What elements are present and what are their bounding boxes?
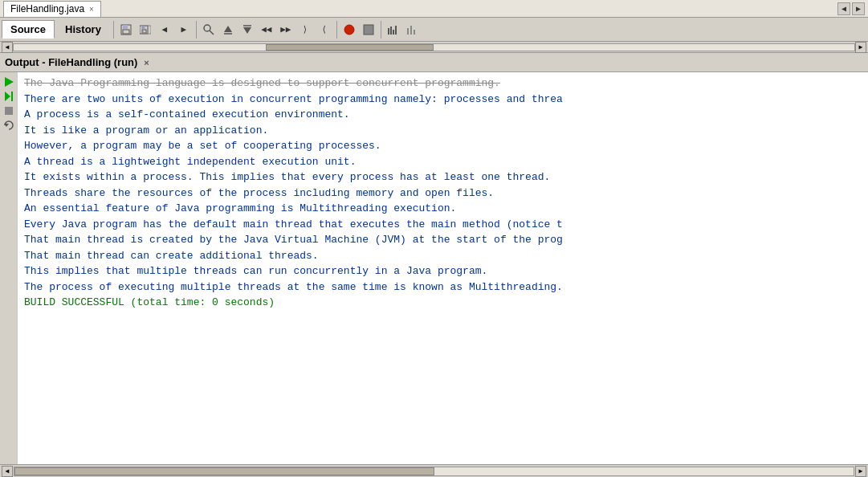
history-tab[interactable]: History: [56, 20, 110, 39]
output-line: There are two units of execution in conc…: [24, 92, 862, 108]
output-close-btn[interactable]: ×: [144, 58, 149, 67]
find-btn[interactable]: [200, 21, 218, 39]
file-tab[interactable]: FileHandling.java ×: [3, 1, 101, 17]
source-tab[interactable]: Source: [2, 20, 55, 39]
output-header: Output - FileHandling (run) ×: [0, 53, 868, 72]
run-btn[interactable]: [340, 21, 358, 39]
output-line: Every Java program has the default main …: [24, 217, 862, 233]
svg-rect-2: [123, 30, 129, 34]
output-sidebar: [0, 72, 18, 464]
output-line: A process is a self-contained execution …: [24, 107, 862, 123]
scroll-left-arrow[interactable]: ◀: [2, 42, 13, 53]
bottom-scrollbar-row: ◀ ▶: [0, 464, 868, 477]
toolbar: Source History ◀ ▶ ◀◀ ▶▶ ⟩ ⟨: [0, 18, 868, 42]
output-line: An essential feature of Java programming…: [24, 201, 862, 217]
svg-line-8: [210, 31, 214, 35]
output-line: A thread is a lightweight independent ex…: [24, 154, 862, 170]
bottom-hscrollbar-thumb[interactable]: [14, 467, 434, 475]
output-line: Threads share the resources of the proce…: [24, 186, 862, 202]
save-btn[interactable]: [117, 21, 135, 39]
toolbar-sep-4: [381, 21, 381, 39]
output-text-area: The Java Programming language is designe…: [18, 72, 868, 464]
file-tab-close[interactable]: ×: [89, 5, 94, 14]
top-hscrollbar-thumb[interactable]: [266, 44, 434, 51]
toolbar-sep-3: [336, 21, 337, 39]
output-title: Output - FileHandling (run): [5, 56, 137, 68]
redo-btn[interactable]: ▶: [175, 21, 193, 39]
bottom-scroll-left[interactable]: ◀: [2, 466, 13, 477]
debug-btn[interactable]: [360, 21, 377, 39]
output-line: The process of executing multiple thread…: [24, 279, 862, 296]
nav-left-btn[interactable]: ◀: [837, 2, 850, 15]
undo-btn[interactable]: ◀: [156, 21, 173, 39]
output-line: It is like a program or an application.: [24, 123, 862, 139]
title-nav-icons: ◀ ▶: [837, 2, 865, 15]
svg-rect-25: [5, 107, 13, 115]
svg-marker-11: [243, 27, 251, 34]
output-line: That main thread is created by the Java …: [24, 232, 862, 248]
file-tab-label: FileHandling.java: [10, 3, 84, 14]
svg-point-13: [344, 25, 354, 35]
output-line: This implies that multiple threads can r…: [24, 263, 862, 279]
find-next2-btn[interactable]: ▶▶: [277, 21, 295, 39]
output-line: The Java Programming language is designe…: [24, 75, 862, 92]
find-prev2-btn[interactable]: ◀◀: [258, 21, 275, 39]
output-line: BUILD SUCCESSFUL (total time: 0 seconds): [24, 295, 862, 311]
svg-rect-14: [364, 25, 373, 35]
profile2-btn[interactable]: [404, 21, 422, 39]
svg-rect-1: [123, 25, 128, 29]
output-line: It exists within a process. This implies…: [24, 169, 862, 186]
toggle2-btn[interactable]: ⟨: [316, 21, 333, 39]
svg-marker-9: [224, 26, 232, 32]
step-icon[interactable]: [2, 90, 15, 103]
find-next-btn[interactable]: [238, 21, 256, 39]
svg-marker-23: [5, 92, 10, 101]
output-line: That main thread can create additional t…: [24, 248, 862, 264]
title-bar: FileHandling.java × ◀ ▶: [0, 0, 868, 18]
toolbar-sep-2: [196, 21, 197, 39]
stop-icon[interactable]: [2, 104, 15, 117]
bottom-scroll-right[interactable]: ▶: [855, 466, 866, 477]
output-container: The Java Programming language is designe…: [0, 72, 868, 464]
scroll-right-arrow[interactable]: ▶: [855, 42, 866, 53]
find-prev-btn[interactable]: [219, 21, 237, 39]
nav-right-btn[interactable]: ▶: [852, 2, 865, 15]
run-icon[interactable]: [2, 75, 15, 88]
top-hscrollbar[interactable]: [13, 43, 855, 51]
svg-marker-22: [5, 77, 14, 87]
profile-btn[interactable]: [385, 21, 402, 39]
rerun-icon[interactable]: [2, 119, 15, 132]
top-scrollbar-row: ◀ ▶: [0, 42, 868, 53]
save-all-btn[interactable]: [137, 21, 154, 39]
toggle1-btn[interactable]: ⟩: [296, 21, 314, 39]
output-line: However, a program may be a set of coope…: [24, 138, 862, 154]
toolbar-sep-1: [113, 21, 114, 39]
svg-point-7: [204, 25, 210, 31]
bottom-hscrollbar[interactable]: [14, 467, 854, 476]
